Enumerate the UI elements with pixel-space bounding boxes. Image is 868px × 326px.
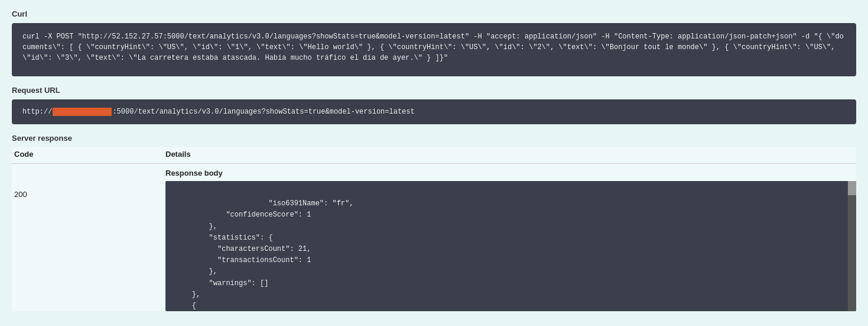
scrollbar-track[interactable] [848, 181, 856, 311]
response-code: 200 [12, 169, 165, 311]
server-response-label: Server response [12, 134, 856, 143]
curl-code-block: curl -X POST "http://52.152.27.57:5000/t… [12, 23, 856, 76]
response-body-text: "iso6391Name": "fr", "confidenceScore": … [175, 199, 353, 311]
code-header: Code [12, 150, 165, 159]
url-redacted [53, 108, 112, 116]
request-url-label: Request URL [12, 86, 856, 95]
response-body-block[interactable]: "iso6391Name": "fr", "confidenceScore": … [165, 181, 856, 311]
response-header-row: Code Details [12, 147, 856, 164]
details-col: Response body "iso6391Name": "fr", "conf… [165, 169, 856, 311]
url-suffix: :5000/text/analytics/v3.0/languages?show… [112, 106, 414, 117]
response-body-label: Response body [165, 169, 856, 177]
response-data-row: 200 Response body "iso6391Name": "fr", "… [12, 164, 856, 311]
response-table: Code Details 200 Response body "iso6391N… [12, 147, 856, 311]
page-container: Curl curl -X POST "http://52.152.27.57:5… [0, 0, 868, 321]
url-block: http:// :5000/text/analytics/v3.0/langua… [12, 99, 856, 124]
url-prefix: http:// [22, 106, 52, 117]
curl-label: Curl [12, 9, 856, 18]
details-header: Details [165, 150, 856, 159]
scrollbar-thumb[interactable] [848, 181, 856, 195]
